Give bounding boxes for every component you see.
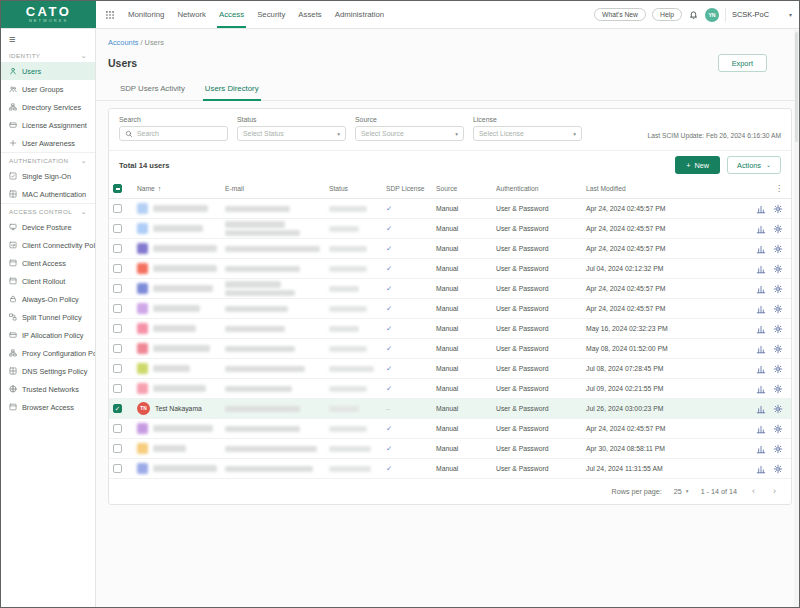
row-checkbox[interactable]	[113, 244, 122, 253]
row-checkbox[interactable]	[113, 444, 122, 453]
user-settings-gear-icon[interactable]	[773, 204, 783, 214]
user-settings-gear-icon[interactable]	[773, 264, 783, 274]
sidebar-item-client-access[interactable]: Client Access	[1, 254, 95, 272]
row-checkbox[interactable]	[113, 364, 122, 373]
nav-item-assets[interactable]: Assets	[298, 1, 321, 28]
user-activity-chart-icon[interactable]	[756, 284, 766, 294]
status-select[interactable]: Select Status ▾	[237, 126, 346, 141]
row-checkbox[interactable]	[113, 284, 122, 293]
sidebar-item-browser-access[interactable]: Browser Access	[1, 398, 95, 416]
sidebar-item-dns-settings-policy[interactable]: DNS Settings Policy	[1, 362, 95, 380]
sidebar-item-mac-authentication[interactable]: MAC Authentication	[1, 185, 95, 203]
user-settings-gear-icon[interactable]	[773, 224, 783, 234]
row-checkbox[interactable]	[113, 204, 122, 213]
row-checkbox[interactable]	[113, 304, 122, 313]
sidebar-item-ip-allocation-policy[interactable]: IP Allocation Policy	[1, 326, 95, 344]
table-row[interactable]: ✓ManualUser & PasswordJul 24, 2024 11:31…	[109, 459, 791, 479]
user-settings-gear-icon[interactable]	[773, 364, 783, 374]
user-avatar-badge[interactable]: YN	[705, 8, 719, 22]
table-row[interactable]: ✓ManualUser & PasswordJul 09, 2024 02:21…	[109, 379, 791, 399]
table-row[interactable]: ✓ManualUser & PasswordMay 16, 2024 02:32…	[109, 319, 791, 339]
source-select[interactable]: Select Source ▾	[355, 126, 464, 141]
sidebar-item-device-posture[interactable]: Device Posture	[1, 218, 95, 236]
whats-new-button[interactable]: What's New	[594, 8, 646, 21]
breadcrumb-link-accounts[interactable]: Accounts	[108, 38, 138, 47]
row-checkbox[interactable]	[113, 424, 122, 433]
user-activity-chart-icon[interactable]	[756, 244, 766, 254]
user-activity-chart-icon[interactable]	[756, 364, 766, 374]
row-checkbox[interactable]	[113, 344, 122, 353]
table-row[interactable]: ✓ManualUser & PasswordApr 24, 2024 02:45…	[109, 239, 791, 259]
table-row[interactable]: ✓ManualUser & PasswordApr 24, 2024 02:45…	[109, 299, 791, 319]
row-checkbox[interactable]	[113, 464, 122, 473]
user-activity-chart-icon[interactable]	[756, 344, 766, 354]
user-settings-gear-icon[interactable]	[773, 244, 783, 254]
column-header-name[interactable]: Name↑	[133, 179, 221, 199]
table-row[interactable]: ✓ManualUser & PasswordApr 24, 2024 02:45…	[109, 419, 791, 439]
column-header-source[interactable]: Source	[432, 179, 492, 199]
tab-sdp-users-activity[interactable]: SDP Users Activity	[118, 81, 187, 100]
license-select[interactable]: Select License ▾	[473, 126, 582, 141]
user-settings-gear-icon[interactable]	[773, 344, 783, 354]
nav-item-access[interactable]: Access	[219, 1, 244, 28]
user-activity-chart-icon[interactable]	[756, 224, 766, 234]
row-checkbox[interactable]	[113, 404, 122, 413]
user-activity-chart-icon[interactable]	[756, 304, 766, 314]
column-header-authentication[interactable]: Authentication	[492, 179, 582, 199]
table-row[interactable]: ✓ManualUser & PasswordJul 04, 2024 02:12…	[109, 259, 791, 279]
sidebar-item-users[interactable]: Users	[1, 62, 95, 80]
user-activity-chart-icon[interactable]	[756, 384, 766, 394]
sidebar-item-user-groups[interactable]: User Groups	[1, 80, 95, 98]
user-settings-gear-icon[interactable]	[773, 464, 783, 474]
search-input-wrap[interactable]	[119, 126, 228, 141]
nav-item-network[interactable]: Network	[177, 1, 206, 28]
sidebar-item-split-tunnel-policy[interactable]: Split Tunnel Policy	[1, 308, 95, 326]
user-settings-gear-icon[interactable]	[773, 404, 783, 414]
sidebar-section-header-identity[interactable]: IDENTITY⌄	[1, 48, 95, 62]
sidebar-item-trusted-networks[interactable]: Trusted Networks	[1, 380, 95, 398]
select-all-checkbox[interactable]	[113, 184, 122, 193]
actions-button[interactable]: Actions⌄	[727, 156, 781, 174]
row-checkbox[interactable]	[113, 324, 122, 333]
user-settings-gear-icon[interactable]	[773, 324, 783, 334]
user-settings-gear-icon[interactable]	[773, 424, 783, 434]
user-activity-chart-icon[interactable]	[756, 444, 766, 454]
table-row[interactable]: ✓ManualUser & PasswordApr 30, 2024 08:58…	[109, 439, 791, 459]
sidebar-item-directory-services[interactable]: Directory Services	[1, 98, 95, 116]
sidebar-collapse-icon[interactable]: ≡	[1, 29, 95, 48]
pagination-prev-icon[interactable]: ‹	[749, 486, 758, 496]
sidebar-item-license-assignment[interactable]: License Assignment	[1, 116, 95, 134]
rows-per-page-select[interactable]: 25 ▾	[674, 487, 689, 496]
user-activity-chart-icon[interactable]	[756, 464, 766, 474]
user-activity-chart-icon[interactable]	[756, 264, 766, 274]
user-activity-chart-icon[interactable]	[756, 404, 766, 414]
row-checkbox[interactable]	[113, 384, 122, 393]
search-input[interactable]	[137, 130, 222, 137]
table-row[interactable]: TNTest Nakayama–ManualUser & PasswordJul…	[109, 399, 791, 419]
sidebar-item-always-on-policy[interactable]: Always-On Policy	[1, 290, 95, 308]
vertical-scrollbar[interactable]	[794, 30, 799, 607]
sidebar-item-proxy-configuration-policy[interactable]: Proxy Configuration Policy	[1, 344, 95, 362]
column-header-last-modified[interactable]: Last Modified	[582, 179, 734, 199]
column-header-sdp-license[interactable]: SDP License	[382, 179, 432, 199]
table-row[interactable]: ✓ManualUser & PasswordApr 24, 2024 02:45…	[109, 199, 791, 219]
account-selector[interactable]: SCSK-PoC	[732, 10, 769, 19]
account-caret-icon[interactable]: ▾	[789, 11, 792, 18]
sidebar-item-client-rollout[interactable]: Client Rollout	[1, 272, 95, 290]
table-row[interactable]: ✓ManualUser & PasswordMay 08, 2024 01:52…	[109, 339, 791, 359]
row-checkbox[interactable]	[113, 224, 122, 233]
sidebar-section-header-access-control[interactable]: ACCESS CONTROL⌄	[1, 204, 95, 218]
tab-users-directory[interactable]: Users Directory	[203, 81, 261, 101]
brand-logo[interactable]: CATO NETWORKS	[1, 1, 96, 28]
nav-item-monitoring[interactable]: Monitoring	[128, 1, 164, 28]
column-header-status[interactable]: Status	[325, 179, 382, 199]
column-settings-kebab-icon[interactable]: ⋮	[775, 184, 783, 193]
export-button[interactable]: Export	[718, 54, 767, 72]
nav-item-security[interactable]: Security	[257, 1, 285, 28]
sidebar-item-user-awareness[interactable]: User Awareness	[1, 134, 95, 152]
table-row[interactable]: ✓ManualUser & PasswordJul 08, 2024 07:28…	[109, 359, 791, 379]
column-header-email[interactable]: E-mail	[221, 179, 325, 199]
row-checkbox[interactable]	[113, 264, 122, 273]
sidebar-item-single-sign-on[interactable]: Single Sign-On	[1, 167, 95, 185]
nav-item-administration[interactable]: Administration	[335, 1, 384, 28]
